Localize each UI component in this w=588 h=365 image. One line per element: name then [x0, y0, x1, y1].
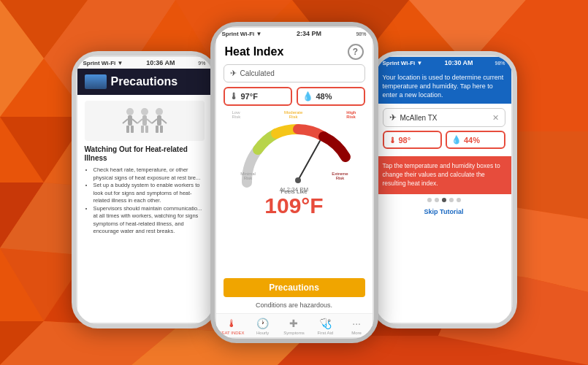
- right-temperature-input[interactable]: 🌡 98°: [383, 131, 443, 149]
- center-title: Heat Index: [225, 45, 284, 58]
- left-header-title: Precautions: [111, 75, 178, 88]
- humidity-input[interactable]: 💧 48%: [297, 87, 365, 106]
- svg-rect-36: [126, 126, 129, 133]
- svg-rect-49: [160, 126, 163, 133]
- calculated-row[interactable]: ✈ Calculated: [224, 64, 365, 82]
- bottom-nav: 🌡 HEAT INDEX 🕐 Hourly ✚ Symptoms 🩺 First…: [216, 313, 373, 337]
- input-row: 🌡 97°F 💧 48%: [224, 87, 365, 106]
- dots-row: [377, 194, 511, 206]
- first-aid-nav-icon: 🩺: [319, 318, 332, 329]
- svg-line-34: [123, 119, 128, 123]
- nav-symptoms-label: Symptoms: [283, 331, 304, 335]
- location-input[interactable]: ✈ McAllen TX ✕: [383, 108, 505, 127]
- humidity-value: 48%: [316, 92, 332, 101]
- help-icon: ?: [353, 47, 358, 57]
- svg-line-47: [161, 119, 167, 123]
- dot-4: [449, 198, 454, 202]
- right-humidity-input[interactable]: 💧 44%: [446, 131, 505, 149]
- svg-rect-42: [141, 126, 144, 133]
- left-bullets-list: Check heart rate, temperature, or other …: [85, 166, 205, 236]
- calculated-label: Calculated: [240, 69, 275, 77]
- svg-line-41: [147, 119, 152, 123]
- svg-rect-33: [128, 115, 132, 126]
- nav-first-aid[interactable]: 🩺 First Aid: [310, 314, 341, 337]
- center-battery: 98%: [356, 31, 366, 36]
- skip-tutorial-link[interactable]: Skip Tutorial: [377, 206, 511, 218]
- gauge-svg: MinimalRisk ExtremeRisk: [236, 120, 353, 186]
- minimal-risk-label: MinimalRisk: [237, 172, 259, 180]
- dot-5: [457, 198, 461, 202]
- right-droplet-icon: 💧: [451, 135, 462, 145]
- left-battery: 9%: [198, 61, 205, 66]
- svg-rect-39: [142, 115, 147, 126]
- hourly-nav-icon: 🕐: [256, 318, 269, 329]
- right-thermometer-icon: 🌡: [389, 136, 397, 145]
- right-carrier: Sprint Wi-Fi ▼: [383, 60, 423, 66]
- left-illustration: [85, 101, 205, 141]
- more-nav-icon: ···: [352, 318, 361, 329]
- svg-line-50: [298, 141, 320, 180]
- left-header: Precautions: [77, 69, 212, 95]
- right-phone: Sprint Wi-Fi ▼ 10:30 AM 98% Your locatio…: [371, 51, 517, 328]
- temperature-input[interactable]: 🌡 97°F: [224, 87, 292, 106]
- compass-icon: ✈: [230, 69, 237, 78]
- help-button[interactable]: ?: [348, 44, 364, 60]
- left-header-image: [85, 74, 107, 89]
- location-input-inner: ✈ McAllen TX: [389, 112, 438, 123]
- svg-point-32: [126, 108, 134, 115]
- location-callout[interactable]: Your location is used to determine curre…: [377, 69, 511, 104]
- svg-line-46: [152, 119, 157, 123]
- nav-more-label: More: [351, 331, 362, 335]
- phones-wrapper: Sprint Wi-Fi ▼ 10:36 AM 9% Precautions: [0, 0, 588, 365]
- left-status-bar: Sprint Wi-Fi ▼ 10:36 AM 9%: [77, 57, 212, 69]
- svg-point-44: [156, 108, 163, 115]
- moderate-risk-label: ModerateRisk: [284, 110, 302, 119]
- location-value: McAllen TX: [400, 114, 438, 122]
- nav-hourly[interactable]: 🕐 Hourly: [247, 314, 278, 337]
- symptoms-nav-icon: ✚: [289, 318, 298, 329]
- left-bullet-3: Supervisors should maintain communicatio…: [93, 205, 205, 236]
- nav-heat-index[interactable]: 🌡 HEAT INDEX: [216, 314, 248, 337]
- right-temp-row: 🌡 98° 💧 44%: [383, 131, 505, 149]
- center-phone: Sprint Wi-Fi ▼ 2:34 PM 98% Heat Index ? …: [210, 22, 378, 343]
- center-status-bar: Sprint Wi-Fi ▼ 2:34 PM 98%: [216, 28, 373, 39]
- heat-index-nav-icon: 🌡: [226, 318, 237, 329]
- temp-value: 97°F: [241, 92, 258, 101]
- gauge-area: LowRisk ModerateRisk HighRisk: [216, 110, 373, 275]
- right-battery: 98%: [495, 61, 505, 66]
- right-input-section: ✈ McAllen TX ✕ 🌡 98° 💧 44%: [377, 104, 511, 153]
- left-subtitle: Watching Out for Heat-related Illness: [85, 145, 205, 163]
- center-time: 2:34 PM: [297, 30, 321, 37]
- precautions-bar[interactable]: Precautions: [224, 278, 365, 297]
- nav-first-aid-label: First Aid: [317, 331, 333, 335]
- dot-2: [435, 198, 439, 202]
- nav-hourly-label: Hourly: [256, 331, 269, 335]
- svg-rect-48: [156, 126, 159, 133]
- nav-more[interactable]: ··· More: [341, 314, 373, 337]
- svg-rect-37: [131, 126, 134, 133]
- dot-1: [427, 198, 432, 202]
- svg-line-40: [137, 119, 142, 123]
- conditions-text: Conditions are hazardous.: [216, 300, 373, 313]
- right-screen: Sprint Wi-Fi ▼ 10:30 AM 98% Your locatio…: [377, 57, 511, 323]
- bottom-callout[interactable]: Tap the temperature and humidity boxes t…: [377, 156, 511, 194]
- feels-like-temp: 109°F: [264, 195, 323, 217]
- low-risk-label: LowRisk: [232, 110, 241, 119]
- high-risk-label: HighRisk: [346, 110, 356, 119]
- left-time: 10:36 AM: [146, 59, 175, 66]
- center-screen: Sprint Wi-Fi ▼ 2:34 PM 98% Heat Index ? …: [216, 28, 373, 337]
- center-carrier: Sprint Wi-Fi ▼: [222, 31, 262, 37]
- dot-3-active: [442, 198, 446, 202]
- center-header: Heat Index ?: [216, 39, 373, 64]
- location-icon: ✈: [389, 112, 397, 123]
- risk-labels-top: LowRisk ModerateRisk HighRisk: [232, 110, 356, 119]
- svg-rect-43: [145, 126, 148, 133]
- left-bullet-2: Set up a buddy system to enable workers …: [93, 182, 205, 205]
- clear-icon[interactable]: ✕: [492, 113, 499, 123]
- thermometer-icon: 🌡: [229, 91, 238, 101]
- svg-rect-45: [157, 115, 161, 126]
- droplet-icon: 💧: [302, 91, 313, 101]
- left-carrier: Sprint Wi-Fi ▼: [83, 60, 123, 66]
- nav-symptoms[interactable]: ✚ Symptoms: [278, 314, 310, 337]
- svg-point-38: [141, 108, 148, 115]
